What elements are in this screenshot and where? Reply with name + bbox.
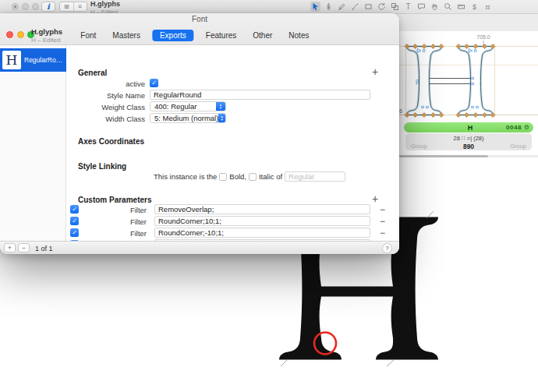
rotate-tool-icon[interactable] xyxy=(377,2,387,12)
scale-tool-icon[interactable] xyxy=(390,2,400,12)
outline-glow xyxy=(407,47,493,115)
draw-tool-icon[interactable] xyxy=(350,2,360,12)
instance-glyph-preview: H xyxy=(2,51,21,69)
kerning-tool-icon[interactable]: $ xyxy=(469,2,480,12)
dialog-window-controls xyxy=(6,31,34,38)
annotation-tool-icon[interactable] xyxy=(416,2,427,12)
view-mode-segmented-control[interactable]: ⊞ ≡ xyxy=(59,2,87,12)
popup-chevrons-icon: ▴▾ xyxy=(216,102,225,111)
tab-notes[interactable]: Notes xyxy=(284,30,313,41)
zoom-tool-icon[interactable] xyxy=(443,2,453,12)
close-button[interactable] xyxy=(6,31,13,38)
remove-parameter-button[interactable]: − xyxy=(380,228,385,238)
list-view-icon[interactable]: ≡ xyxy=(74,2,87,11)
help-button[interactable]: ? xyxy=(382,243,392,253)
bold-label: Bold, xyxy=(229,172,246,181)
bold-checkbox[interactable] xyxy=(219,173,227,181)
add-parameter-button[interactable]: + xyxy=(372,193,378,204)
glyph-metrics-panel[interactable]: 28 ∷ =| (28) Group 890 Group xyxy=(405,133,532,150)
minimize-window-button[interactable] xyxy=(22,3,29,10)
tab-features[interactable]: Features xyxy=(201,30,241,41)
window-controls xyxy=(12,3,39,10)
grid-view-icon[interactable]: ⊞ xyxy=(60,2,74,11)
parameter-value-field[interactable] xyxy=(154,204,370,214)
measure-tool-icon[interactable] xyxy=(456,2,466,12)
weight-class-popup[interactable]: 400: Regular ▴▾ xyxy=(150,101,226,111)
style-name-label: Style Name xyxy=(67,91,145,100)
primitives-tool-icon[interactable] xyxy=(363,2,373,12)
info-icon: i xyxy=(47,2,50,11)
font-info-titlebar[interactable]: Font H.glyphs H – Edited Font Masters Ex… xyxy=(0,13,399,45)
text-tool-icon[interactable]: T xyxy=(403,2,413,12)
glyph-name: H xyxy=(408,124,506,132)
scrollbar-thumb[interactable] xyxy=(399,155,488,157)
custom-parameters-heading: Custom Parameters xyxy=(78,196,151,204)
main-titlebar: i ⊞ ≡ H.glyphs H – Edited xyxy=(0,0,538,14)
style-linking-heading: Style Linking xyxy=(78,162,126,171)
font-info-tabs: Font Masters Exports Features Other Note… xyxy=(76,30,313,41)
right-kerning-group[interactable]: Group xyxy=(510,143,526,150)
remove-instance-button[interactable]: − xyxy=(18,243,30,253)
gear-icon[interactable]: ⚙ xyxy=(524,125,529,131)
style-linking-row: This instance is the Bold, Italic of xyxy=(154,171,345,182)
dialog-doc-title: H.glyphs xyxy=(31,28,62,36)
glyph-unicode: 0048 xyxy=(506,124,522,131)
font-info-body: H RegularRo… General + active ✓ Style Na… xyxy=(0,45,399,241)
tab-font[interactable]: Font xyxy=(76,30,101,41)
zoom-window-button[interactable] xyxy=(32,3,39,10)
pen-tool-icon[interactable] xyxy=(324,2,334,12)
svg-text:β: β xyxy=(416,78,419,85)
parameter-checkbox[interactable]: ✓ xyxy=(70,205,79,214)
minimize-button[interactable] xyxy=(17,31,24,38)
width-measurement-label: 705.0 xyxy=(476,34,490,40)
parameter-checkbox[interactable]: ✓ xyxy=(70,228,79,237)
horizontal-scrollbar[interactable] xyxy=(399,155,538,157)
width-class-popup[interactable]: 5: Medium (normal) ▴▾ xyxy=(150,113,226,123)
metrics-tool-icon[interactable]: π xyxy=(483,2,493,12)
remove-parameter-button[interactable]: − xyxy=(380,205,385,214)
hand-tool-icon[interactable] xyxy=(430,2,440,12)
dialog-doc-status: H – Edited xyxy=(31,37,62,44)
general-heading: General xyxy=(78,69,107,77)
glyph-info-bar[interactable]: H 0048 ⚙ xyxy=(404,122,533,132)
parameter-property: Filter xyxy=(109,229,147,238)
instance-count: 1 of 1 xyxy=(35,245,53,253)
add-instance-button[interactable]: + xyxy=(4,243,16,253)
parameter-checkbox[interactable]: ✓ xyxy=(70,217,79,225)
parameter-value-field[interactable] xyxy=(154,216,370,226)
font-info-window[interactable]: Font H.glyphs H – Edited Font Masters Ex… xyxy=(0,13,399,254)
instance-list-item-selected[interactable]: H RegularRo… xyxy=(0,48,66,72)
italic-label: Italic of xyxy=(259,172,282,181)
parameter-property: Filter xyxy=(109,206,147,214)
glyphs-app: i ⊞ ≡ H.glyphs H – Edited xyxy=(0,0,538,392)
weight-class-value: 400: Regular xyxy=(150,102,216,111)
font-info-button[interactable]: i xyxy=(41,2,55,12)
axes-coordinates-heading: Axes Coordinates xyxy=(78,137,144,146)
pencil-tool-icon[interactable] xyxy=(337,2,347,12)
style-name-field[interactable] xyxy=(150,90,370,100)
weight-class-label: Weight Class xyxy=(67,103,145,111)
instance-name-label: RegularRo… xyxy=(24,56,62,64)
popup-chevrons-icon: ▴▾ xyxy=(218,114,225,122)
tab-other[interactable]: Other xyxy=(248,30,277,41)
tab-masters[interactable]: Masters xyxy=(108,30,145,41)
select-tool-icon[interactable] xyxy=(310,2,320,12)
active-checkbox[interactable]: ✓ xyxy=(150,79,158,87)
font-window-title: Font xyxy=(0,15,399,23)
font-info-footer: + − 1 of 1 ? xyxy=(0,241,399,254)
close-window-button[interactable] xyxy=(12,3,19,10)
tab-exports[interactable]: Exports xyxy=(152,30,194,41)
instances-sidebar[interactable]: H RegularRo… xyxy=(0,45,66,241)
link-target-field[interactable] xyxy=(285,171,345,182)
italic-checkbox[interactable] xyxy=(249,173,257,181)
parameter-property: Filter xyxy=(109,217,147,226)
remove-parameter-button[interactable]: − xyxy=(380,217,385,226)
linking-sentence: This instance is the xyxy=(154,172,217,181)
dialog-document-proxy: H.glyphs H – Edited xyxy=(31,28,62,44)
glyph-outline-editor[interactable]: 705.0 -36 xyxy=(395,33,538,122)
add-property-button[interactable]: + xyxy=(372,66,378,77)
document-name: H.glyphs xyxy=(90,1,120,8)
parameter-value-field[interactable] xyxy=(154,228,370,238)
width-class-label: Width Class xyxy=(67,115,145,123)
width-class-value: 5: Medium (normal) xyxy=(150,114,218,122)
